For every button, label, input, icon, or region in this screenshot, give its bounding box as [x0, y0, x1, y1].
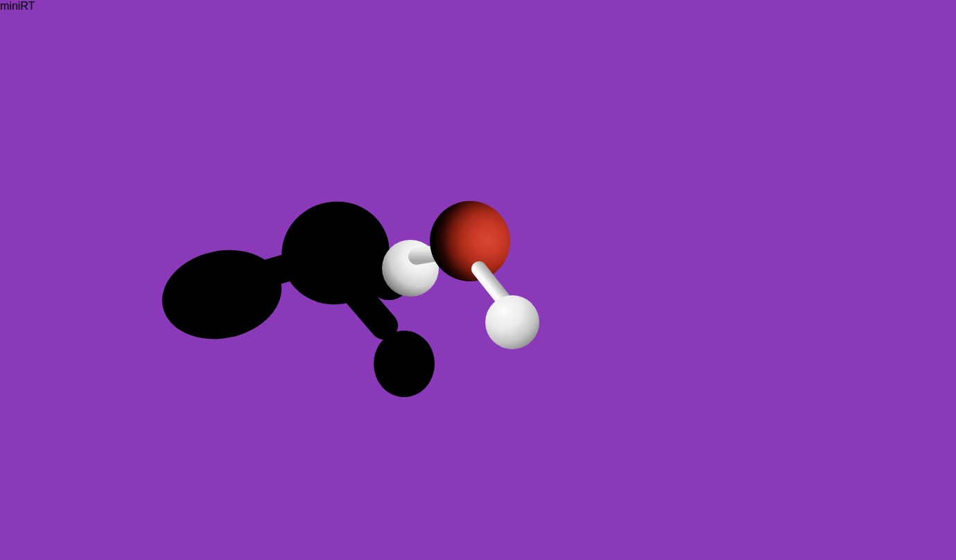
oxygen-atom: [430, 201, 510, 281]
shadowed-carbon-atom-left: [154, 239, 290, 349]
molecule-render: [0, 12, 932, 535]
desktop-wallpaper: miniRT: [0, 0, 956, 560]
shadowed-hydrogen-atom-bottom: [374, 331, 435, 397]
minirt-window: miniRT: [0, 0, 956, 538]
wallpaper-top-strip: [0, 0, 956, 28]
hydrogen-atom-right: [485, 295, 539, 349]
render-viewport[interactable]: [0, 12, 956, 538]
molecule: [154, 189, 539, 397]
